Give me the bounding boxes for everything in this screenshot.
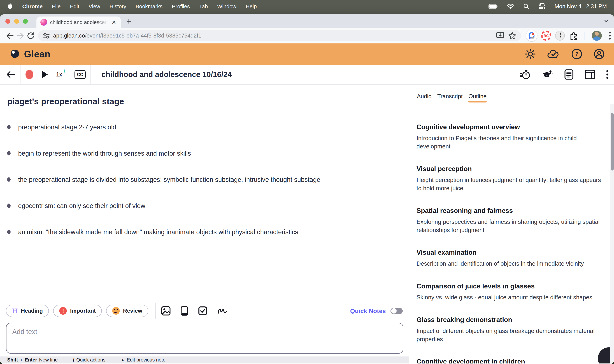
browser-tab[interactable]: childhood and adolescence 1 ✕ [37,16,121,28]
apple-menu-icon[interactable] [7,3,13,10]
add-text-input[interactable] [6,323,404,354]
bookmark-star-icon[interactable] [508,31,517,40]
outline-section[interactable]: Glass breaking demonstration Impact of d… [417,316,606,343]
notes-pane: piaget's preoperational stage preoperati… [0,85,409,364]
account-icon[interactable] [594,49,605,60]
menu-bar-clock[interactable]: Mon Nov 42:31 PM [555,3,607,10]
play-button[interactable] [42,71,48,78]
menu-item-history[interactable]: History [109,3,126,10]
menu-item-view[interactable]: View [89,3,100,10]
bullet-dot-icon [7,151,11,156]
tab-transcript[interactable]: Transcript [437,93,463,105]
note-bullet[interactable]: begin to represent the world through sen… [7,150,398,157]
notes-document-icon[interactable] [564,69,574,80]
chrome-menu-icon[interactable] [609,31,611,40]
flashcard-icon[interactable] [181,306,188,316]
help-icon[interactable]: ? [572,49,582,59]
note-bullet[interactable]: the preoperational stage is divided into… [7,176,398,183]
toggle-knob [391,308,397,313]
editor-hint-bar: Shift+EnterNew line /Quick actions ▲Edit… [0,356,409,364]
outline-section[interactable]: Visual examination Description and ident… [417,249,606,268]
profile-avatar[interactable] [592,31,602,41]
section-description: Description and identification of object… [417,260,606,268]
extension-clock-icon[interactable] [555,31,565,40]
signature-scribble-icon[interactable] [217,306,227,315]
section-description: Introduction to Piaget's theories and th… [417,134,606,150]
tab-audio[interactable]: Audio [417,93,431,105]
note-bullet[interactable]: egocentrism: can only see their point of… [7,202,398,210]
heading-button[interactable]: HHeading [6,305,49,317]
close-window-button[interactable] [5,19,10,24]
theme-sun-icon[interactable] [525,49,536,59]
quick-notes-toggle[interactable] [391,308,403,314]
menu-item-bookmarks[interactable]: Bookmarks [136,3,162,10]
outline-section[interactable]: Cognitive development in children Unders… [417,358,606,364]
site-settings-icon[interactable] [42,32,50,39]
note-bullet-list: preoperational stage 2-7 years old begin… [7,123,398,236]
install-app-icon[interactable] [496,31,505,40]
layout-panel-icon[interactable] [585,69,595,79]
outline-section[interactable]: Visual perception Height perception infl… [417,165,606,192]
important-button[interactable]: !Important [53,305,102,317]
control-center-icon[interactable] [538,3,546,10]
record-button[interactable] [26,70,33,79]
menu-item-help[interactable]: Help [246,3,257,10]
playback-speed-button[interactable]: 1x✦ [56,71,66,78]
task-checkbox-icon[interactable] [198,306,207,316]
glean-logo[interactable]: Glean [9,49,51,60]
extension-bc-icon[interactable]: BC [541,31,551,41]
maximize-window-button[interactable] [23,19,28,24]
section-title: Spatial reasoning and fairness [417,207,606,214]
outline-section[interactable]: Spatial reasoning and fairness Exploring… [417,207,606,234]
outline-section[interactable]: Comparison of juice levels in glasses Sk… [417,283,606,301]
event-title: childhood and adolescence 10/16/24 [102,70,232,79]
sparkle-icon: ✦ [62,68,66,74]
section-title: Visual perception [417,165,606,173]
extensions-puzzle-icon[interactable] [569,31,578,40]
section-title: Glass breaking demonstration [417,316,606,324]
macos-menu-bar: Chrome File Edit View History Bookmarks … [0,0,614,13]
menu-item-chrome[interactable]: Chrome [22,3,42,10]
tab-close-icon[interactable]: ✕ [111,19,117,26]
spotlight-search-icon[interactable] [523,3,529,10]
forward-icon[interactable] [15,30,26,41]
outline-panel: Audio Transcript Outline Cognitive devel… [409,85,614,364]
url-omnibox[interactable]: app.glean.co/event/f39e91c5-eb7a-44f5-8f… [38,30,521,41]
battery-icon[interactable] [488,4,498,9]
menu-item-edit[interactable]: Edit [70,3,79,10]
menu-item-file[interactable]: File [52,3,61,10]
back-arrow-icon[interactable] [5,69,16,80]
section-description: Exploring perspectives and fairness in s… [417,218,606,234]
menu-item-profiles[interactable]: Profiles [172,3,190,10]
insert-image-icon[interactable] [161,306,171,316]
menu-item-window[interactable]: Window [217,3,236,10]
wifi-icon[interactable] [507,4,514,9]
note-bullet[interactable]: preoperational stage 2-7 years old [7,123,398,131]
menu-item-tab[interactable]: Tab [199,3,208,10]
back-icon[interactable] [5,30,15,41]
browser-window: childhood and adolescence 1 ✕ + app.glea… [0,14,614,364]
tab-strip: childhood and adolescence 1 ✕ + [0,14,614,28]
bullet-dot-icon [7,125,11,129]
tab-search-chevron-icon[interactable] [604,19,609,23]
more-options-icon[interactable] [606,69,609,79]
cloud-sync-icon[interactable] [547,49,560,59]
reload-icon[interactable] [26,30,36,41]
glean-logo-text: Glean [24,49,51,59]
section-title: Visual examination [417,249,606,256]
closed-captions-button[interactable]: CC [75,70,86,79]
url-text[interactable]: app.glean.co/event/f39e91c5-eb7a-44f5-8f… [53,32,493,39]
history-timer-icon[interactable] [520,69,531,80]
note-editor: HHeading !Important Review [0,302,409,364]
bullet-dot-icon [7,177,11,182]
bullet-dot-icon [7,230,11,234]
study-tools-icon[interactable] [541,69,553,80]
outline-section[interactable]: Cognitive development overview Introduct… [417,123,606,150]
note-heading[interactable]: piaget's preoperational stage [7,96,398,106]
extension-tasks-icon[interactable] [526,30,537,41]
note-bullet[interactable]: animism: "the sidewalk made me fall down… [7,228,398,236]
review-button[interactable]: Review [106,305,148,317]
scrollbar-thumb[interactable] [611,113,614,170]
tab-outline[interactable]: Outline [468,93,486,105]
minimize-window-button[interactable] [14,19,19,24]
